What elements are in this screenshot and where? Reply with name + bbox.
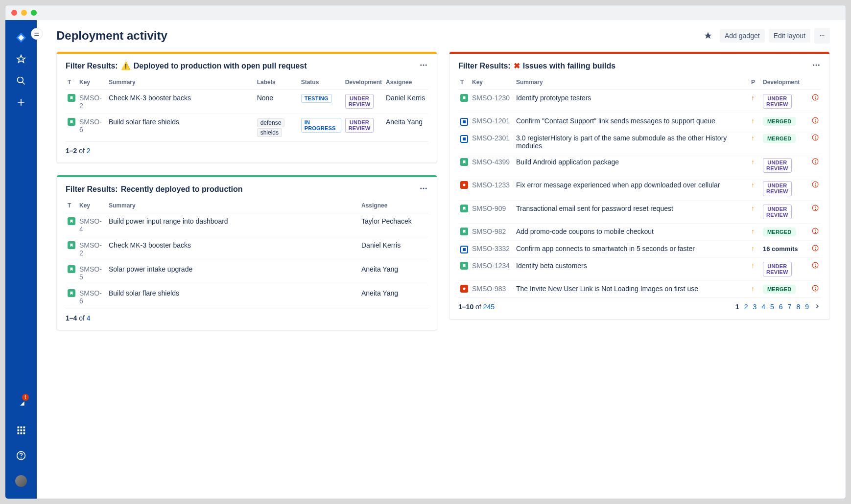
- table-row[interactable]: SMSO-1233Fix error message experienced w…: [458, 177, 821, 200]
- col-dev[interactable]: Development: [761, 76, 810, 90]
- dev-status-badge[interactable]: MERGED: [763, 117, 796, 126]
- col-summary[interactable]: Summary: [107, 199, 359, 213]
- issue-key-link[interactable]: SMSO-2: [79, 241, 102, 257]
- page-number[interactable]: 7: [788, 303, 792, 311]
- col-status[interactable]: Status: [299, 76, 343, 90]
- issue-summary[interactable]: Transactional email sent for password re…: [516, 205, 673, 212]
- table-row[interactable]: SMSO-2Check MK-3 booster backsDaniel Ker…: [66, 237, 428, 261]
- page-number[interactable]: 2: [744, 303, 748, 311]
- table-row[interactable]: SMSO-4Build power input range into dashb…: [66, 213, 428, 237]
- page-number[interactable]: 5: [770, 303, 774, 311]
- issue-summary[interactable]: Confirm "Contact Support" link sends mes…: [516, 117, 715, 125]
- issue-summary[interactable]: Solar power intake upgrade: [109, 265, 192, 273]
- col-assignee[interactable]: Assignee: [359, 199, 428, 213]
- issue-key-link[interactable]: SMSO-1230: [472, 94, 510, 102]
- dev-status-badge[interactable]: UNDERREVIEW: [345, 118, 374, 133]
- col-type[interactable]: T: [66, 199, 77, 213]
- profile-avatar[interactable]: [11, 471, 31, 491]
- app-switcher-icon[interactable]: [11, 420, 31, 440]
- col-key[interactable]: Key: [77, 76, 107, 90]
- dev-status-badge[interactable]: MERGED: [763, 134, 796, 143]
- label-chip[interactable]: defense: [257, 118, 285, 127]
- page-number[interactable]: 6: [779, 303, 783, 311]
- issue-summary[interactable]: Check MK-3 booster backs: [109, 241, 191, 249]
- panel-more-icon[interactable]: [812, 61, 821, 71]
- col-type[interactable]: T: [458, 76, 470, 90]
- issue-summary[interactable]: The Invite New User Link is Not Loading …: [516, 285, 698, 293]
- status-badge[interactable]: IN PROGRESS: [301, 118, 341, 133]
- pager-total-link[interactable]: 245: [483, 303, 495, 311]
- issue-summary[interactable]: Identify beta customers: [516, 262, 587, 270]
- col-priority[interactable]: P: [749, 76, 761, 90]
- create-icon[interactable]: [11, 92, 31, 112]
- assignee-text[interactable]: Aneita Yang: [361, 265, 398, 273]
- favorite-star-icon[interactable]: [700, 28, 716, 44]
- table-row[interactable]: SMSO-909Transactional email sent for pas…: [458, 200, 821, 223]
- search-icon[interactable]: [11, 71, 31, 91]
- dev-status-badge[interactable]: UNDERREVIEW: [763, 181, 792, 196]
- issue-summary[interactable]: Add promo-code coupons to mobile checkou…: [516, 228, 654, 235]
- table-row[interactable]: SMSO-1234Identify beta customers↑UNDERRE…: [458, 257, 821, 280]
- page-number[interactable]: 4: [761, 303, 765, 311]
- col-key[interactable]: Key: [470, 76, 514, 90]
- help-icon[interactable]: [11, 446, 31, 465]
- issue-key-link[interactable]: SMSO-4: [79, 217, 102, 233]
- table-row[interactable]: SMSO-983The Invite New User Link is Not …: [458, 280, 821, 298]
- table-row[interactable]: SMSO-23013.0 registerHistory is part of …: [458, 130, 821, 154]
- panel-more-icon[interactable]: [419, 61, 428, 71]
- assignee-text[interactable]: Daniel Kerris: [361, 241, 401, 249]
- dev-status-badge[interactable]: UNDERREVIEW: [763, 94, 792, 109]
- issue-key-link[interactable]: SMSO-3332: [472, 245, 510, 252]
- window-maximize-icon[interactable]: [31, 10, 37, 16]
- issue-summary[interactable]: Build solar flare shields: [109, 118, 179, 126]
- col-assignee[interactable]: Assignee: [384, 76, 428, 90]
- table-row[interactable]: SMSO-3332Confirm app connects to smartwa…: [458, 240, 821, 257]
- col-type[interactable]: T: [66, 76, 77, 90]
- col-key[interactable]: Key: [77, 199, 107, 213]
- dev-status-badge[interactable]: UNDERREVIEW: [345, 94, 374, 109]
- table-row[interactable]: SMSO-982Add promo-code coupons to mobile…: [458, 223, 821, 240]
- dev-status-badge[interactable]: MERGED: [763, 228, 796, 236]
- star-icon[interactable]: [11, 49, 31, 69]
- issue-summary[interactable]: 3.0 registerHistory is part of the same …: [516, 134, 727, 150]
- table-row[interactable]: SMSO-1230Identify prototype testers↑UNDE…: [458, 90, 821, 113]
- issue-key-link[interactable]: SMSO-4399: [472, 158, 510, 166]
- issue-summary[interactable]: Fix error message experienced when app d…: [516, 181, 720, 189]
- edit-layout-button[interactable]: Edit layout: [769, 29, 810, 43]
- assignee-text[interactable]: Aneita Yang: [386, 118, 423, 126]
- table-row[interactable]: SMSO-6Build solar flare shieldsAneita Ya…: [66, 285, 428, 309]
- window-minimize-icon[interactable]: [21, 10, 27, 16]
- issue-summary[interactable]: Identify prototype testers: [516, 94, 591, 102]
- window-close-icon[interactable]: [11, 10, 17, 16]
- page-number[interactable]: 1: [735, 303, 739, 311]
- add-gadget-button[interactable]: Add gadget: [720, 29, 765, 43]
- issue-key-link[interactable]: SMSO-1233: [472, 181, 510, 189]
- commits-text[interactable]: 16 commits: [763, 245, 798, 252]
- col-summary[interactable]: Summary: [107, 76, 255, 90]
- issue-key-link[interactable]: SMSO-5: [79, 265, 102, 281]
- table-row[interactable]: SMSO-6Build solar flare shieldsdefense s…: [66, 114, 428, 142]
- issue-summary[interactable]: Build Android application package: [516, 158, 619, 166]
- table-row[interactable]: SMSO-5Solar power intake upgradeAneita Y…: [66, 261, 428, 285]
- label-chip[interactable]: shields: [257, 128, 282, 137]
- issue-key-link[interactable]: SMSO-983: [472, 285, 506, 293]
- issue-key-link[interactable]: SMSO-6: [79, 118, 102, 134]
- assignee-text[interactable]: Daniel Kerris: [386, 94, 425, 102]
- dev-status-badge[interactable]: MERGED: [763, 285, 796, 294]
- col-dev[interactable]: Development: [343, 76, 384, 90]
- dev-status-badge[interactable]: UNDERREVIEW: [763, 158, 792, 173]
- issue-key-link[interactable]: SMSO-2: [79, 94, 102, 110]
- dev-status-badge[interactable]: UNDERREVIEW: [763, 205, 792, 219]
- col-summary[interactable]: Summary: [514, 76, 749, 90]
- page-number[interactable]: 9: [805, 303, 809, 311]
- issue-summary[interactable]: Check MK-3 booster backs: [109, 94, 191, 102]
- page-number[interactable]: 8: [796, 303, 800, 311]
- issue-key-link[interactable]: SMSO-909: [472, 205, 506, 212]
- status-badge[interactable]: TESTING: [301, 94, 332, 103]
- pager-total-link[interactable]: 4: [87, 314, 91, 322]
- issue-summary[interactable]: Build power input range into dashboard: [109, 217, 228, 225]
- assignee-text[interactable]: Aneita Yang: [361, 289, 398, 297]
- issue-key-link[interactable]: SMSO-1201: [472, 117, 510, 125]
- notifications-icon[interactable]: 1: [11, 395, 31, 414]
- pager-total-link[interactable]: 2: [87, 147, 91, 155]
